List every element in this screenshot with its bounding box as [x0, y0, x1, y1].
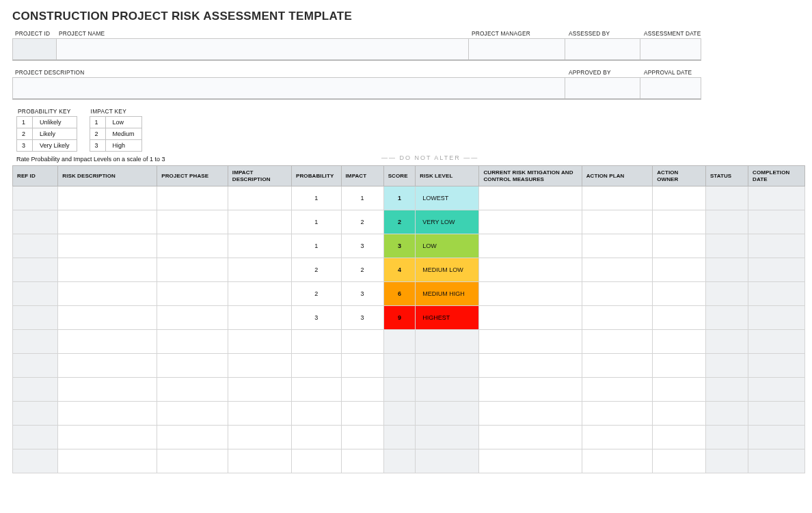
- cell-impact[interactable]: 3: [341, 234, 383, 258]
- cell-project-phase[interactable]: [157, 449, 228, 473]
- cell-current-mitigation[interactable]: [479, 330, 582, 354]
- cell-action-owner[interactable]: [653, 402, 706, 426]
- cell-probability[interactable]: [292, 426, 342, 449]
- cell-action-owner[interactable]: [653, 449, 706, 473]
- cell-impact[interactable]: 3: [341, 306, 383, 330]
- cell-action-plan[interactable]: [582, 378, 653, 402]
- cell-project-phase[interactable]: [157, 426, 228, 449]
- cell-status[interactable]: [705, 258, 748, 282]
- cell-risk-description[interactable]: [58, 258, 157, 282]
- cell-completion-date[interactable]: [748, 282, 805, 306]
- cell-action-owner[interactable]: [653, 354, 706, 378]
- cell-action-owner[interactable]: [653, 186, 706, 210]
- cell-probability[interactable]: [292, 449, 342, 473]
- cell-impact-description[interactable]: [228, 186, 291, 210]
- cell-action-owner[interactable]: [653, 330, 706, 354]
- cell-impact[interactable]: [341, 426, 383, 449]
- cell-completion-date[interactable]: [748, 306, 805, 330]
- cell-probability[interactable]: 2: [292, 282, 342, 306]
- cell-ref-id[interactable]: [13, 186, 58, 210]
- cell-ref-id[interactable]: [13, 378, 58, 402]
- cell-current-mitigation[interactable]: [479, 402, 582, 426]
- cell-impact[interactable]: 1: [341, 186, 383, 210]
- cell-action-owner[interactable]: [653, 258, 706, 282]
- cell-impact[interactable]: 2: [341, 258, 383, 282]
- cell-current-mitigation[interactable]: [479, 354, 582, 378]
- cell-status[interactable]: [705, 449, 748, 473]
- cell-current-mitigation[interactable]: [479, 449, 582, 473]
- cell-impact-description[interactable]: [228, 426, 291, 449]
- cell-probability[interactable]: 1: [292, 234, 342, 258]
- input-project-name[interactable]: [57, 39, 469, 59]
- input-approval-date[interactable]: [640, 78, 701, 98]
- cell-risk-description[interactable]: [58, 378, 157, 402]
- cell-status[interactable]: [705, 306, 748, 330]
- cell-completion-date[interactable]: [748, 402, 805, 426]
- cell-impact[interactable]: 2: [341, 210, 383, 234]
- cell-risk-description[interactable]: [58, 426, 157, 449]
- cell-status[interactable]: [705, 210, 748, 234]
- cell-risk-description[interactable]: [58, 186, 157, 210]
- cell-completion-date[interactable]: [748, 449, 805, 473]
- cell-impact-description[interactable]: [228, 354, 291, 378]
- cell-project-phase[interactable]: [157, 258, 228, 282]
- cell-completion-date[interactable]: [748, 426, 805, 449]
- cell-risk-description[interactable]: [58, 330, 157, 354]
- cell-action-plan[interactable]: [582, 426, 653, 449]
- cell-completion-date[interactable]: [748, 210, 805, 234]
- cell-completion-date[interactable]: [748, 330, 805, 354]
- cell-action-owner[interactable]: [653, 234, 706, 258]
- cell-risk-description[interactable]: [58, 354, 157, 378]
- input-assessed-by[interactable]: [565, 39, 640, 59]
- cell-project-phase[interactable]: [157, 210, 228, 234]
- cell-risk-description[interactable]: [58, 234, 157, 258]
- cell-action-plan[interactable]: [582, 402, 653, 426]
- cell-risk-description[interactable]: [58, 306, 157, 330]
- cell-project-phase[interactable]: [157, 282, 228, 306]
- cell-impact-description[interactable]: [228, 306, 291, 330]
- cell-status[interactable]: [705, 330, 748, 354]
- cell-probability[interactable]: 1: [292, 210, 342, 234]
- cell-probability[interactable]: [292, 330, 342, 354]
- cell-action-plan[interactable]: [582, 354, 653, 378]
- input-project-manager[interactable]: [469, 39, 566, 59]
- cell-impact-description[interactable]: [228, 282, 291, 306]
- cell-probability[interactable]: 3: [292, 306, 342, 330]
- cell-ref-id[interactable]: [13, 426, 58, 449]
- cell-action-owner[interactable]: [653, 210, 706, 234]
- cell-current-mitigation[interactable]: [479, 306, 582, 330]
- cell-impact[interactable]: [341, 449, 383, 473]
- cell-completion-date[interactable]: [748, 186, 805, 210]
- cell-current-mitigation[interactable]: [479, 234, 582, 258]
- cell-action-plan[interactable]: [582, 449, 653, 473]
- cell-ref-id[interactable]: [13, 282, 58, 306]
- cell-current-mitigation[interactable]: [479, 426, 582, 449]
- cell-impact-description[interactable]: [228, 258, 291, 282]
- cell-probability[interactable]: 2: [292, 258, 342, 282]
- input-approved-by[interactable]: [565, 78, 640, 98]
- cell-ref-id[interactable]: [13, 306, 58, 330]
- cell-project-phase[interactable]: [157, 330, 228, 354]
- cell-ref-id[interactable]: [13, 234, 58, 258]
- cell-impact[interactable]: [341, 330, 383, 354]
- cell-ref-id[interactable]: [13, 449, 58, 473]
- cell-ref-id[interactable]: [13, 258, 58, 282]
- cell-current-mitigation[interactable]: [479, 186, 582, 210]
- cell-impact-description[interactable]: [228, 378, 291, 402]
- cell-project-phase[interactable]: [157, 354, 228, 378]
- cell-impact[interactable]: [341, 354, 383, 378]
- cell-action-plan[interactable]: [582, 186, 653, 210]
- cell-action-owner[interactable]: [653, 426, 706, 449]
- cell-risk-description[interactable]: [58, 282, 157, 306]
- cell-project-phase[interactable]: [157, 402, 228, 426]
- cell-current-mitigation[interactable]: [479, 210, 582, 234]
- cell-action-owner[interactable]: [653, 378, 706, 402]
- cell-current-mitigation[interactable]: [479, 378, 582, 402]
- cell-probability[interactable]: [292, 378, 342, 402]
- cell-ref-id[interactable]: [13, 402, 58, 426]
- cell-ref-id[interactable]: [13, 330, 58, 354]
- cell-impact[interactable]: [341, 378, 383, 402]
- cell-project-phase[interactable]: [157, 186, 228, 210]
- cell-action-plan[interactable]: [582, 306, 653, 330]
- cell-status[interactable]: [705, 282, 748, 306]
